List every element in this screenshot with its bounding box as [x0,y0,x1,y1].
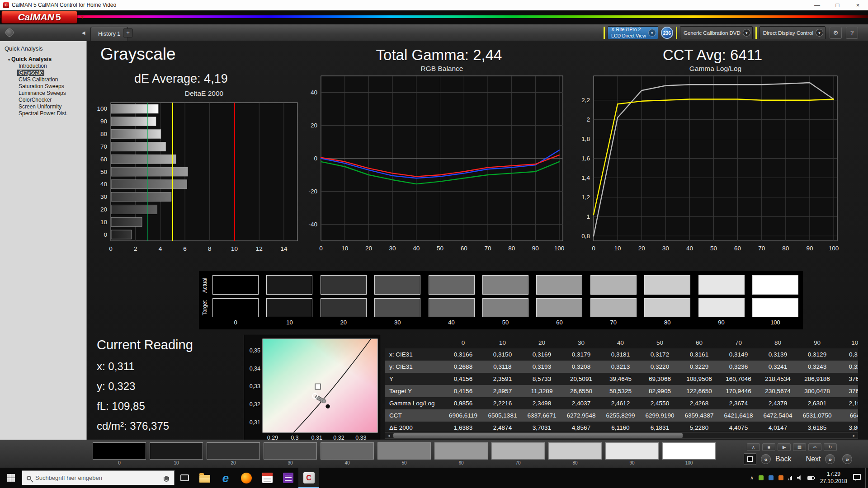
start-button[interactable] [0,468,22,488]
target-swatch-100 [752,298,798,317]
network-signal-icon[interactable] [788,476,792,480]
help-button[interactable]: ? [846,27,858,39]
column-header: 30 [561,339,601,346]
meter-status-bar [604,27,605,39]
svg-text:50: 50 [437,245,443,252]
grid-app-icon [262,473,273,483]
page-forward-icon[interactable]: » [842,454,852,464]
tray-blue-app-icon[interactable] [769,475,774,480]
table-row-e-2000: ΔE 20001,63832,48743,70314,85676,11606,1… [385,422,858,432]
chevron-down-icon[interactable]: ▾ [648,29,656,37]
speaker-icon[interactable] [797,475,802,481]
task-view-button[interactable] [175,468,194,488]
settings-button[interactable]: ⚙ [830,27,842,39]
tray-orange-app-icon[interactable] [778,475,783,480]
sidebar-item-spectral-power-dist[interactable]: Spectral Power Dist. [0,110,86,117]
meter-name: X-Rite i1Pro 2 [611,27,646,33]
tree-expander-icon[interactable]: ▾ [8,58,10,62]
edge-icon: e [222,472,229,484]
pattern-window-button[interactable] [744,453,756,465]
loop-icon[interactable]: ∞ [808,443,821,451]
tray-green-app-icon[interactable] [759,475,764,480]
show-desktop-button[interactable] [865,468,868,488]
taskbar-app-grid[interactable] [257,468,278,488]
table-scrollbar[interactable]: ◄ ► [385,432,858,439]
app-icon: C [3,2,9,8]
actual-swatch-0 [212,275,259,295]
back-chevron-icon[interactable]: « [761,454,771,464]
chevron-down-icon[interactable]: ▾ [743,29,750,37]
play-icon[interactable]: ▶ [778,443,791,451]
stop-icon[interactable]: ■ [762,443,775,451]
swatch-panel: Actual Target 0102030405060708090100 [199,271,803,329]
gear-icon: ⚙ [833,29,839,36]
table-row-y-cie31: y: CIE310,26880,31180,31930,32080,32130,… [385,361,858,373]
system-tray: ∧ [748,475,816,481]
tray-expand-icon[interactable]: ∧ [750,475,754,481]
taskbar-edge[interactable]: e [215,468,236,488]
action-center-icon[interactable] [853,474,861,480]
display-control-dropdown[interactable]: Direct Display Control ▾ [760,26,826,39]
sidebar-item-saturation-sweeps[interactable]: Saturation Sweeps [0,83,86,90]
svg-text:10: 10 [614,245,621,252]
window-controls: — □ × [807,0,868,10]
main-content: Grayscale dE Average: 4,19 Total Gamma: … [87,41,868,440]
back-button[interactable]: Back [774,455,793,463]
search-input[interactable]: Suchbegriff hier eingeben [22,470,175,485]
microphone-icon[interactable] [165,476,168,480]
scroll-left-icon[interactable]: ◄ [385,433,392,438]
de-average-readout: dE Average: 4,19 [134,72,228,86]
refresh-icon[interactable]: ↻ [824,443,837,451]
pattern-patch-90: 90 [605,442,659,465]
close-button[interactable]: × [848,0,868,10]
add-tab-button[interactable]: + [123,28,133,38]
taskbar-clock[interactable]: 17:29 27.10.2018 [820,471,847,485]
chevron-down-icon[interactable]: ▾ [816,29,823,37]
sidebar-item-luminance-sweeps[interactable]: Luminance Sweeps [0,90,86,97]
pattern-patch-40: 40 [321,442,374,465]
rgb-balance-chart: 40200-20-400102030405060708090100RGB Bal… [295,63,575,253]
swatch-level-label: 60 [536,319,582,326]
taskbar-notes-app[interactable] [278,468,298,488]
minimize-button[interactable]: — [807,0,827,10]
panel-up-icon[interactable]: ∧ [747,443,760,451]
scroll-right-icon[interactable]: ► [850,433,858,438]
svg-text:40: 40 [311,89,317,96]
sidebar-item-colorchecker[interactable]: ColorChecker [0,97,86,103]
scrollbar-thumb[interactable] [393,433,683,438]
maximize-button[interactable]: □ [827,0,848,10]
sidebar-item-grayscale[interactable]: Grayscale [0,70,86,76]
column-header: 20 [522,339,561,346]
tab-history-1[interactable]: History 1 [90,27,128,41]
sidebar-item-introduction[interactable]: Introduction [0,63,86,70]
meter-dropdown[interactable]: X-Rite i1Pro 2 LCD Direct View ▾ [608,26,658,39]
next-chevron-icon[interactable]: » [825,454,835,464]
sidebar-collapse-icon[interactable]: ◀ [80,29,87,37]
target-swatch-70 [590,298,637,317]
taskbar-firefox[interactable] [236,468,257,488]
swatch-level-label: 20 [321,319,367,326]
gamma-loglog-chart: 2,221,81,61,41,210,801020304050607080901… [567,63,857,253]
sidebar-item-cms-calibration[interactable]: CMS Calibration [0,76,86,83]
column-header: 70 [719,339,758,346]
svg-text:20: 20 [365,245,372,252]
actual-swatch-30 [374,275,420,295]
taskbar-file-explorer[interactable] [194,468,215,488]
sidebar-item-screen-uniformity[interactable]: Screen Uniformity [0,103,86,110]
current-reading-panel: Current Reading x: 0,311y: 0,323fL: 109,… [97,337,193,432]
sidebar-root-node[interactable]: ▾Quick Analysis [0,56,86,63]
svg-text:40: 40 [686,245,693,252]
actual-swatch-80 [644,275,690,295]
home-round-button[interactable] [5,28,14,37]
actual-row-label: Actual [202,275,209,295]
save-icon[interactable]: ▦ [793,443,806,451]
folder-icon [199,475,210,483]
svg-text:60: 60 [461,245,467,252]
logo-caret-icon[interactable]: ▼ [80,14,85,19]
svg-text:80: 80 [508,245,515,252]
battery-icon[interactable] [807,476,814,480]
taskbar-calman-active[interactable]: C [298,468,319,488]
current-reading-value: cd/m²: 376,375 [97,420,193,432]
source-dropdown[interactable]: Generic Calibration DVD ▾ [680,26,753,39]
next-button[interactable]: Next [804,455,823,463]
